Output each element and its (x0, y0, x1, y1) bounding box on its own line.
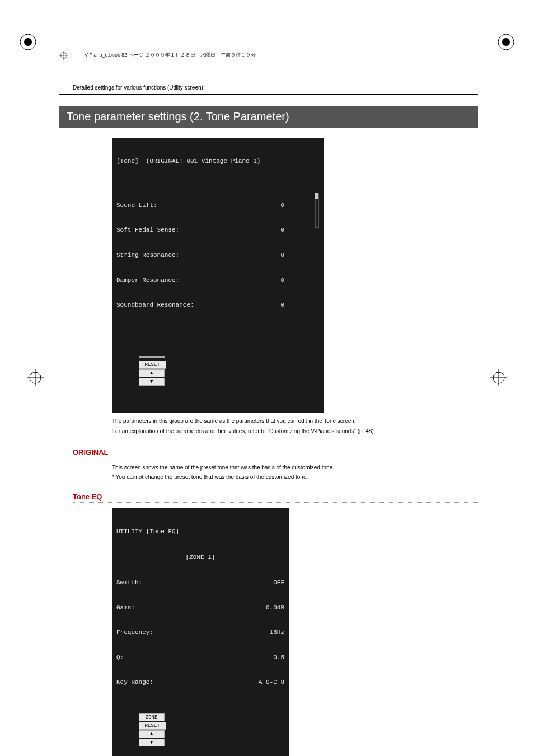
lcd-row: Damper Resonance:0 (116, 276, 284, 285)
subsection-original: ORIGINAL (73, 448, 478, 457)
fn-f3-up: ▲ (139, 730, 165, 738)
lcd-row: Frequency:16Hz (116, 628, 284, 637)
fn-f1-zone: ZONE (139, 713, 165, 721)
lcd-zone-label: [ZONE 1] (116, 553, 284, 562)
reg-mark-right (490, 369, 507, 386)
top-rule (59, 62, 478, 62)
lcd-row: Key Range:A 0-C 8 (116, 678, 284, 687)
breadcrumb-rule (59, 94, 478, 95)
lcd-row: Sound Lift:0 (116, 201, 284, 210)
fn-f2-reset: RESET (139, 722, 166, 730)
reg-mark-small-icon (59, 50, 69, 62)
breadcrumb: Detailed settings for various functions … (73, 84, 478, 91)
fn-f2-reset: RESET (139, 361, 166, 369)
lcd-row: Gain:0.0dB (116, 604, 284, 612)
fn-f4-down: ▼ (139, 378, 165, 386)
dotted-rule (73, 502, 478, 503)
para: For an explanation of the parameters and… (112, 428, 478, 436)
fn-f4-down: ▼ (139, 739, 165, 746)
note: * You cannot change the preset tone that… (112, 474, 478, 480)
svg-rect-21 (315, 193, 318, 199)
lcd-tone-screen: [Tone] (ORIGINAL: 001 Vintage Piano 1) S… (112, 138, 324, 413)
fn-f1 (139, 356, 165, 358)
lcd-row: Q:0.5 (116, 654, 284, 662)
lcd-row: Soft Pedal Sense:0 (116, 226, 284, 234)
subsection-tone-eq: Tone EQ (73, 492, 478, 501)
lcd-title: UTILITY [Tone EQ] (116, 528, 284, 536)
lcd-title: [Tone] (ORIGINAL: 001 Vintage Piano 1) (116, 157, 320, 167)
lcd-row: Switch:OFF (116, 579, 284, 587)
svg-point-1 (24, 38, 32, 46)
reg-mark-left (27, 369, 44, 386)
lcd-tone-eq-screen: UTILITY [Tone EQ] [ZONE 1] Switch:OFF Ga… (112, 508, 289, 756)
reg-dot-tl (17, 31, 39, 53)
para: This screen shows the name of the preset… (112, 464, 478, 472)
fn-f3-up: ▲ (139, 369, 165, 377)
scrollbar-icon (284, 185, 320, 326)
lcd-row: String Resonance:0 (116, 251, 284, 260)
book-note: V-Piano_e.book 82 ページ ２００９年１月２８日 水曜日 午前９… (85, 51, 256, 59)
book-note-row: V-Piano_e.book 82 ページ ２００９年１月２８日 水曜日 午前９… (59, 50, 478, 62)
section-title: Tone parameter settings (2. Tone Paramet… (59, 106, 478, 128)
para: The parameters in this group are the sam… (112, 417, 478, 426)
svg-point-3 (502, 38, 510, 46)
dotted-rule (73, 458, 478, 458)
reg-dot-tr (495, 31, 517, 53)
lcd-row: Soundboard Resonance:0 (116, 301, 284, 309)
